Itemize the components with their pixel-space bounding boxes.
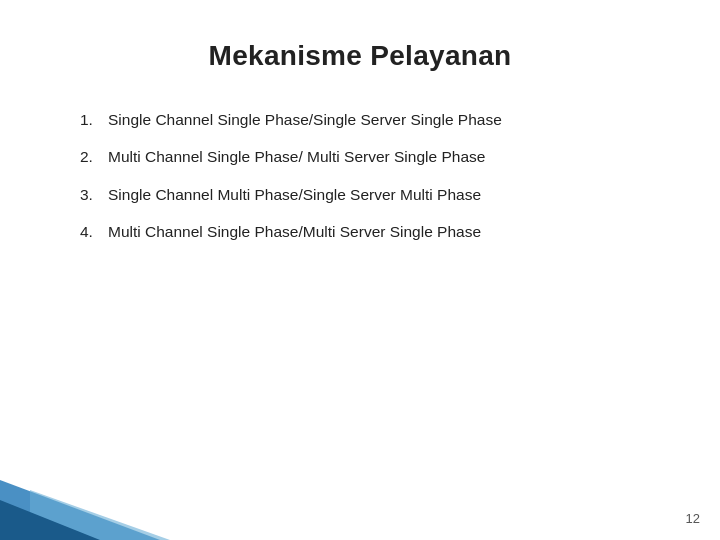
list-item: 2. Multi Channel Single Phase/ Multi Ser… — [80, 145, 660, 168]
list-number-4: 4. — [80, 220, 108, 243]
list-item: 3. Single Channel Multi Phase/Single Ser… — [80, 183, 660, 206]
list-item: 4. Multi Channel Single Phase/Multi Serv… — [80, 220, 660, 243]
list-number-3: 3. — [80, 183, 108, 206]
content-list: 1. Single Channel Single Phase/Single Se… — [80, 108, 660, 243]
list-text-3: Single Channel Multi Phase/Single Server… — [108, 183, 660, 206]
slide: Mekanisme Pelayanan 1. Single Channel Si… — [0, 0, 720, 540]
corner-decoration — [0, 460, 200, 540]
list-item: 1. Single Channel Single Phase/Single Se… — [80, 108, 660, 131]
slide-title: Mekanisme Pelayanan — [60, 40, 660, 72]
list-text-2: Multi Channel Single Phase/ Multi Server… — [108, 145, 660, 168]
list-text-4: Multi Channel Single Phase/Multi Server … — [108, 220, 660, 243]
list-text-1: Single Channel Single Phase/Single Serve… — [108, 108, 660, 131]
list-number-1: 1. — [80, 108, 108, 131]
list-number-2: 2. — [80, 145, 108, 168]
page-number: 12 — [686, 511, 700, 526]
